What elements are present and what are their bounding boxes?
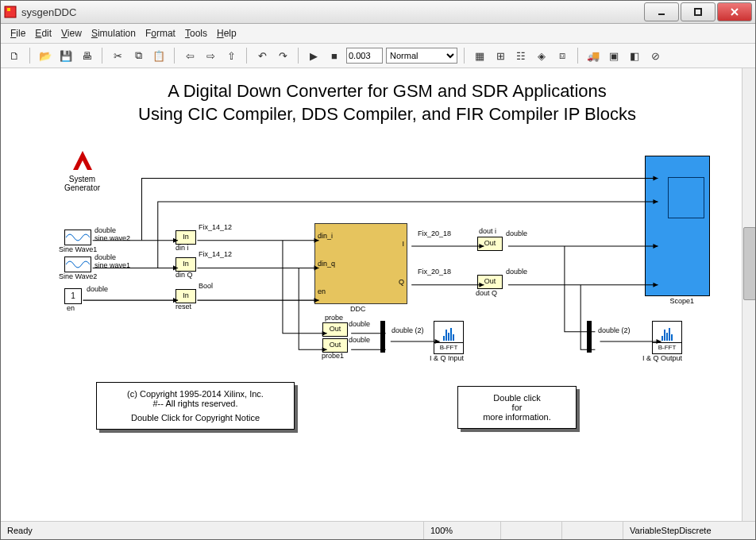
- stop-time-input[interactable]: [346, 48, 383, 64]
- tb-icon[interactable]: ⊞: [492, 47, 509, 64]
- port-label: I: [402, 240, 404, 248]
- back-button[interactable]: ⇦: [181, 47, 199, 64]
- gateway-out-i[interactable]: Out: [477, 237, 503, 251]
- datatype-label: double: [506, 268, 527, 276]
- constant-block[interactable]: 1: [64, 288, 82, 304]
- block-label: Sine Wave2: [59, 272, 97, 280]
- print-button[interactable]: 🖶: [78, 47, 95, 64]
- tb-icon[interactable]: ☷: [512, 47, 530, 64]
- save-button[interactable]: 💾: [57, 47, 75, 64]
- status-empty2: [562, 522, 623, 539]
- menu-bar: File Edit View Simulation Format Tools H…: [1, 24, 755, 44]
- new-button[interactable]: 🗋: [6, 47, 23, 64]
- status-zoom: 100%: [424, 522, 501, 539]
- fft-icon: [434, 322, 463, 343]
- status-empty1: [501, 522, 562, 539]
- note-line: Double click: [469, 393, 565, 403]
- mux-input[interactable]: [380, 321, 385, 353]
- up-button[interactable]: ⇧: [222, 47, 240, 64]
- redo-button[interactable]: ↷: [274, 47, 291, 64]
- tb-icon[interactable]: ▣: [605, 47, 623, 64]
- note-line: (c) Copyright 1995-2014 Xilinx, Inc.: [108, 389, 283, 399]
- gateway-in-reset[interactable]: In: [176, 289, 196, 303]
- minimize-button[interactable]: [644, 2, 679, 21]
- forward-button[interactable]: ⇨: [202, 47, 219, 64]
- sim-mode-select[interactable]: Normal: [386, 48, 457, 64]
- tb-icon[interactable]: ◧: [626, 47, 643, 64]
- menu-file[interactable]: File: [6, 26, 30, 40]
- undo-button[interactable]: ↶: [253, 47, 271, 64]
- block-label: DDC: [350, 305, 366, 313]
- fft-label: B-FFT: [653, 343, 681, 352]
- sine-wave1-block[interactable]: [64, 230, 91, 245]
- tool-bar: 🗋 📂 💾 🖶 ✂ ⧉ 📋 ⇦ ⇨ ⇧ ↶ ↷ ▶ ■ Normal ▦ ⊞ ☷…: [1, 44, 755, 68]
- sine-wave2-block[interactable]: [64, 256, 91, 272]
- block-label: dout i: [479, 227, 496, 235]
- port-label: Q: [399, 278, 404, 286]
- app-window: sysgenDDC File Edit View Simulation Form…: [0, 0, 756, 540]
- cut-button[interactable]: ✂: [109, 47, 126, 64]
- separator: [298, 48, 299, 64]
- block-label: I & Q Output: [642, 354, 682, 362]
- note-line: more information.: [469, 412, 565, 422]
- signal-label: sine wave2: [94, 234, 130, 242]
- probe-out[interactable]: Out: [322, 322, 348, 337]
- scope-block[interactable]: [645, 156, 710, 296]
- window-controls: [642, 2, 752, 21]
- port-label: din_q: [318, 260, 335, 268]
- separator: [246, 48, 247, 64]
- block-label: Scope1: [669, 297, 694, 305]
- port-label: en: [318, 287, 326, 295]
- tb-icon[interactable]: ▦: [471, 47, 488, 64]
- bfft-input[interactable]: B-FFT: [434, 321, 464, 354]
- datatype-label: double: [349, 320, 370, 328]
- svg-marker-6: [73, 151, 92, 170]
- probe1-out[interactable]: Out: [322, 338, 348, 353]
- block-label: din Q: [176, 271, 193, 279]
- block-label: din i: [176, 244, 189, 252]
- menu-edit[interactable]: Edit: [30, 26, 56, 40]
- tb-icon[interactable]: ⧈: [554, 47, 571, 64]
- menu-view[interactable]: View: [56, 26, 87, 40]
- bfft-output[interactable]: B-FFT: [652, 321, 682, 354]
- block-label: reset: [176, 303, 191, 310]
- app-icon: [4, 6, 17, 18]
- scrollbar-thumb[interactable]: [743, 227, 755, 300]
- block-label: probe: [325, 314, 343, 322]
- gateway-in-i[interactable]: In: [176, 230, 196, 245]
- datatype-label: double: [94, 253, 116, 261]
- svg-rect-1: [7, 8, 10, 11]
- menu-help[interactable]: Help: [212, 26, 241, 40]
- block-label: I & Q Input: [430, 354, 464, 362]
- close-button[interactable]: [717, 2, 752, 21]
- block-label: Sine Wave1: [59, 245, 97, 253]
- vertical-scrollbar[interactable]: [742, 68, 755, 521]
- system-generator-label: SystemGenerator: [64, 175, 100, 192]
- block-label: en: [67, 304, 75, 312]
- system-generator-block[interactable]: SystemGenerator: [64, 148, 100, 192]
- play-button[interactable]: ▶: [305, 47, 322, 64]
- gateway-out-q[interactable]: Out: [477, 275, 503, 289]
- datatype-label: double: [506, 230, 527, 237]
- tb-icon[interactable]: 🚚: [584, 47, 602, 64]
- paste-button[interactable]: 📋: [150, 47, 168, 64]
- tb-icon[interactable]: ◈: [533, 47, 550, 64]
- ddc-subsystem[interactable]: din_i din_q en I Q: [314, 223, 407, 304]
- tb-icon[interactable]: ⊘: [646, 47, 664, 64]
- datatype-label: Fix_20_18: [418, 268, 451, 276]
- copy-button[interactable]: ⧉: [129, 47, 147, 64]
- model-canvas[interactable]: A Digital Down Converter for GSM and SDR…: [1, 68, 742, 521]
- gateway-in-q[interactable]: In: [176, 257, 196, 272]
- maximize-button[interactable]: [681, 2, 716, 21]
- info-note[interactable]: Double click for more information.: [457, 386, 577, 429]
- menu-simulation[interactable]: Simulation: [87, 26, 141, 40]
- status-bar: Ready 100% VariableStepDiscrete: [1, 521, 755, 539]
- mux-output[interactable]: [587, 321, 592, 353]
- menu-tools[interactable]: Tools: [180, 26, 212, 40]
- menu-format[interactable]: Format: [141, 26, 180, 40]
- datatype-label: double (2): [392, 326, 424, 334]
- copyright-note[interactable]: (c) Copyright 1995-2014 Xilinx, Inc. #--…: [96, 382, 295, 430]
- stop-button[interactable]: ■: [326, 47, 343, 64]
- model-title: A Digital Down Converter for GSM and SDR…: [48, 80, 726, 125]
- open-button[interactable]: 📂: [37, 47, 54, 64]
